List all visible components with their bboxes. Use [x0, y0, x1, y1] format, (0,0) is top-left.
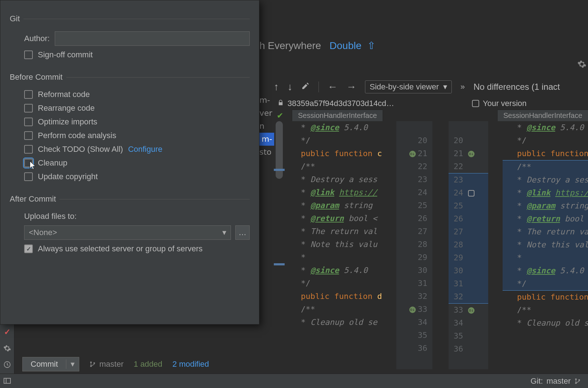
diff-next-icon[interactable]: ↓ — [288, 81, 293, 93]
branch-indicator[interactable]: master — [89, 360, 124, 369]
signoff-label: Sign-off commit — [38, 50, 93, 59]
svg-point-8 — [578, 379, 580, 381]
lock-icon — [277, 99, 284, 108]
upload-select[interactable]: <None> ▾ — [24, 225, 231, 240]
before-commit-checkbox[interactable] — [24, 159, 33, 167]
modified-count: 2 modified — [173, 360, 209, 369]
commit-options-popup: Git Author: Sign-off commit Before Commi… — [0, 0, 259, 325]
before-commit-checkbox[interactable] — [24, 104, 33, 113]
bg-line: ver — [259, 107, 274, 120]
checkbox-label: Cleanup — [38, 158, 67, 168]
signoff-checkbox[interactable] — [24, 50, 33, 59]
checkbox-label: Rearrange code — [38, 103, 95, 113]
diff-right-pane[interactable]: * @since 5.4.0*/public function /*** Des… — [503, 121, 588, 369]
checkmark-icon[interactable]: ✓ — [0, 325, 14, 339]
section-after: After Commit — [10, 194, 59, 204]
diff-status-text: No differences (1 inact — [473, 82, 560, 92]
right-version-label: Your version — [483, 99, 526, 108]
before-commit-checkbox[interactable] — [24, 145, 33, 154]
browse-button[interactable]: … — [235, 225, 250, 240]
chevron-down-icon[interactable]: ▾ — [66, 360, 79, 369]
chevron-down-icon: ▾ — [443, 82, 447, 92]
readonly-checkbox[interactable] — [472, 100, 479, 107]
commit-button[interactable]: Commit ▾ — [22, 357, 79, 371]
tool-window-icon[interactable] — [0, 376, 14, 386]
always-use-checkbox[interactable]: ✓ — [24, 244, 33, 253]
svg-rect-4 — [4, 378, 10, 383]
author-label: Author: — [24, 34, 50, 43]
left-version-hash: 38359a57f94d3d3703d14cd… — [288, 99, 394, 108]
left-gutter: 20o↓212223242526272829303132o↓33343536 — [396, 121, 432, 369]
before-commit-checkbox[interactable] — [24, 131, 33, 140]
edit-icon[interactable] — [301, 81, 310, 92]
before-commit-checkbox[interactable] — [24, 118, 33, 126]
bg-line: n — [259, 120, 274, 133]
added-count: 1 added — [134, 360, 162, 369]
configure-link[interactable]: Configure — [128, 145, 162, 154]
diff-left-pane[interactable]: * @since 5.4.0*/public function c/*** De… — [286, 121, 395, 369]
git-status[interactable]: Git: master — [531, 376, 581, 386]
bg-line-selected: m- — [259, 133, 274, 146]
scroll-marker — [274, 169, 285, 171]
checkbox-label: Reformat code — [38, 90, 90, 99]
history-icon[interactable] — [0, 357, 14, 372]
more-icon[interactable]: » — [460, 82, 465, 92]
before-commit-checkbox[interactable] — [24, 172, 33, 181]
checkbox-label: Update copyright — [38, 172, 98, 181]
scroll-marker — [274, 263, 285, 265]
nav-back-icon[interactable]: ← — [328, 81, 338, 93]
bg-line: sto — [259, 146, 274, 159]
bg-line: m- — [259, 94, 274, 107]
separator — [318, 81, 319, 92]
viewer-mode-dropdown[interactable]: Side-by-side viewer ▾ — [365, 80, 452, 93]
checkbox-label: Perform code analysis — [38, 131, 116, 140]
svg-point-1 — [90, 362, 92, 363]
status-bar: Git: master — [0, 374, 588, 388]
search-everywhere-hint: h Everywhere Double ⇧ — [259, 40, 375, 52]
section-before: Before Commit — [10, 72, 66, 82]
svg-point-3 — [93, 362, 95, 364]
svg-point-6 — [575, 378, 577, 380]
always-use-label: Always use selected server or group of s… — [38, 244, 202, 253]
checkbox-label: Optimize imports — [38, 117, 97, 127]
gear-icon[interactable] — [577, 59, 587, 71]
section-git: Git — [10, 14, 23, 23]
file-tab-right[interactable]: SessionHandlerInterface — [497, 110, 588, 121]
gear-icon[interactable] — [0, 341, 14, 356]
diff-prev-icon[interactable]: ↑ — [274, 81, 279, 93]
check-icon: ✔ — [277, 111, 283, 120]
checkbox-label: Check TODO (Show All) — [38, 145, 123, 154]
nav-forward-icon[interactable]: → — [346, 81, 356, 93]
before-commit-checkbox[interactable] — [24, 90, 33, 99]
upload-label: Upload files to: — [24, 212, 250, 221]
right-gutter: 2021 o↓222324 252627282930313233 o↓34353… — [449, 121, 488, 369]
chevron-down-icon: ▾ — [222, 228, 226, 237]
file-tab-left[interactable]: SessionHandlerInterface — [292, 110, 383, 121]
author-input[interactable] — [55, 31, 250, 46]
